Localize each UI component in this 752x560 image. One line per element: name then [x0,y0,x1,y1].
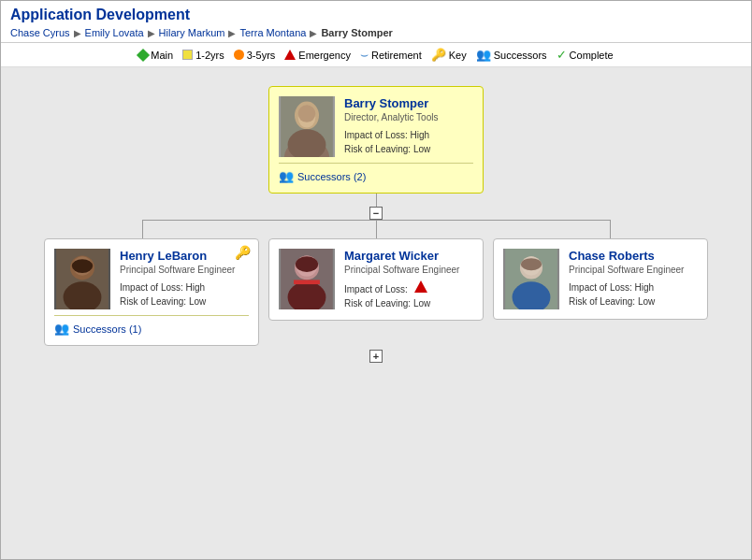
key-icon: 🔑 [431,48,446,62]
bc-arrow-2: ▶ [228,28,236,38]
chase-top: Chase Roberts Principal Software Enginee… [503,249,698,309]
breadcrumb-current: Barry Stomper [321,27,392,38]
margaret-emergency-icon [414,280,427,293]
root-photo [279,96,335,157]
legend-main-label: Main [151,50,173,61]
diamond-icon [137,48,150,61]
svg-point-10 [72,259,93,273]
henry-photo [54,249,110,309]
margaret-name: Margaret Wicker [344,249,473,263]
legend-emergency: Emergency [284,50,351,61]
legend-successors-label: Successors [494,50,547,61]
check-icon: ✓ [557,48,567,62]
breadcrumb-item-2[interactable]: Hilary Markum [159,27,225,38]
margaret-toggle-button[interactable]: + [369,350,383,363]
svg-point-4 [298,105,316,122]
henry-key-badge: 🔑 [235,245,251,260]
chase-impact: Impact of Loss: High Risk of Leaving: Lo… [569,280,698,309]
bc-arrow-1: ▶ [148,28,155,38]
henry-info: Henry LeBaron Principal Software Enginee… [120,249,249,309]
henry-impact: Impact of Loss: High Risk of Leaving: Lo… [120,280,249,309]
root-successors-label: Successors (2) [297,171,366,182]
margaret-risk-text: Risk of Leaving: Low [344,298,430,309]
margaret-impact-text: Impact of Loss: [344,284,408,294]
root-successors[interactable]: 👥 Successors (2) [279,163,473,183]
children-row: 🔑 Henry L [44,238,708,346]
chase-info: Chase Roberts Principal Software Enginee… [569,249,698,309]
v-line-child-left [142,220,143,238]
legend-bar: Main 1-2yrs 3-5yrs Emergency ⌣ Retiremen… [1,43,751,67]
root-name: Barry Stomper [344,96,473,110]
header: Application Development Chase Cyrus ▶ Em… [1,1,751,43]
legend-1-2yrs: 1-2yrs [182,50,224,61]
margaret-impact: Impact of Loss: Risk of Leaving: Low [344,280,473,310]
root-successors-icon: 👥 [279,169,294,183]
henry-title: Principal Software Engineer [120,265,249,275]
root-node-top: Barry Stomper Director, Analytic Tools I… [279,96,473,157]
legend-key: 🔑 Key [431,48,467,62]
v-line-child-right [610,220,611,238]
bc-arrow-3: ▶ [310,28,317,38]
margaret-top: Margaret Wicker Principal Software Engin… [279,249,473,310]
root-impact: Impact of Loss: High Risk of Leaving: Lo… [344,128,473,156]
margaret-title: Principal Software Engineer [344,265,473,275]
legend-emergency-label: Emergency [298,50,351,61]
chase-photo [503,249,559,309]
circle-orange-icon [234,50,244,60]
legend-complete-label: Complete [570,50,614,61]
breadcrumb: Chase Cyrus ▶ Emily Lovata ▶ Hilary Mark… [10,23,742,40]
legend-complete: ✓ Complete [557,48,614,62]
svg-point-15 [296,256,318,272]
legend-retirement-label: Retirement [371,50,422,61]
legend-3-5yrs-label: 3-5yrs [247,50,276,61]
content-area: Barry Stomper Director, Analytic Tools I… [1,67,751,559]
org-chart: Barry Stomper Director, Analytic Tools I… [1,67,751,516]
successors-icon: 👥 [476,48,491,62]
breadcrumb-item-3[interactable]: Terra Montana [239,27,306,38]
svg-point-21 [521,258,542,270]
legend-1-2yrs-label: 1-2yrs [195,50,224,61]
app-container: Application Development Chase Cyrus ▶ Em… [0,0,752,560]
henry-successors[interactable]: 👥 Successors (1) [54,315,249,336]
root-node: Barry Stomper Director, Analytic Tools I… [268,86,484,194]
legend-3-5yrs: 3-5yrs [234,50,276,61]
page-title: Application Development [10,7,742,23]
retirement-icon: ⌣ [360,47,369,63]
child-node-chase: Chase Roberts Principal Software Enginee… [493,238,708,320]
henry-name: Henry LeBaron [120,249,249,263]
chase-name: Chase Roberts [569,249,698,263]
root-connector: − [10,194,742,220]
root-node-info: Barry Stomper Director, Analytic Tools I… [344,96,473,157]
h-connector-container [49,220,703,238]
triangle-red-icon [284,50,296,60]
henry-top: Henry LeBaron Principal Software Enginee… [54,249,249,309]
margaret-photo [279,249,335,309]
square-yellow-icon [182,50,193,60]
henry-successors-label: Successors (1) [73,323,141,335]
henry-key-icon: 🔑 [235,245,251,260]
henry-successors-icon: 👥 [54,322,69,336]
legend-main: Main [138,50,173,61]
legend-successors: 👥 Successors [476,48,547,62]
chase-title: Principal Software Engineer [569,265,698,275]
breadcrumb-item-0[interactable]: Chase Cyrus [10,27,70,38]
breadcrumb-item-1[interactable]: Emily Lovata [85,27,144,38]
root-v-line-top [376,194,377,207]
legend-retirement: ⌣ Retirement [360,47,422,63]
root-toggle-button[interactable]: − [369,207,383,220]
svg-rect-16 [294,280,320,284]
child-node-henry: 🔑 Henry L [44,238,259,346]
root-title: Director, Analytic Tools [344,112,473,122]
legend-key-label: Key [449,50,467,61]
bc-arrow-0: ▶ [74,28,81,38]
margaret-info: Margaret Wicker Principal Software Engin… [344,249,473,310]
child-node-margaret: Margaret Wicker Principal Software Engin… [268,238,484,321]
v-line-child-center [376,220,377,238]
